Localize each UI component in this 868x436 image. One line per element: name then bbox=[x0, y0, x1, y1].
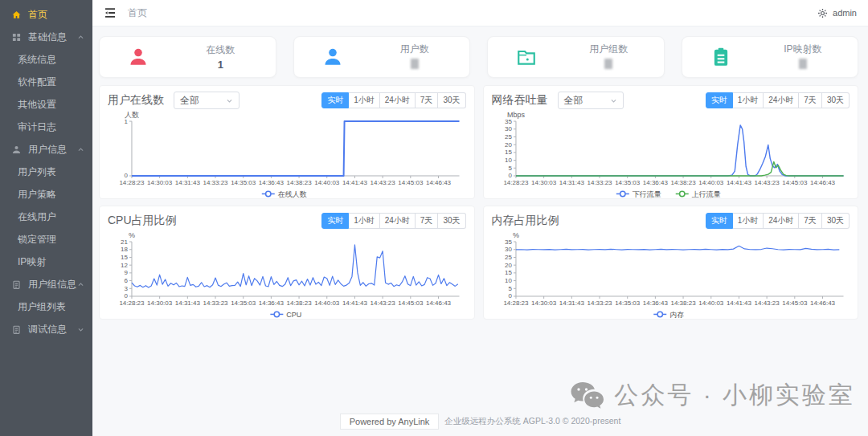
time-range-button[interactable]: 1小时 bbox=[349, 213, 380, 229]
time-range-button[interactable]: 7天 bbox=[799, 92, 822, 108]
chart-card-1: 网络吞吐量全部实时1小时24小时7天30天Mbps051015202530351… bbox=[483, 85, 859, 199]
chevron-down-icon bbox=[226, 97, 233, 104]
gear-icon[interactable] bbox=[817, 8, 828, 18]
user-menu[interactable]: admin bbox=[833, 8, 857, 18]
sidebar-subitem[interactable]: 用户组列表 bbox=[0, 295, 92, 318]
svg-text:14:45:03: 14:45:03 bbox=[782, 299, 808, 307]
time-range-button[interactable]: 7天 bbox=[416, 92, 439, 108]
stat-label: IP映射数 bbox=[760, 43, 846, 56]
svg-text:14:28:23: 14:28:23 bbox=[503, 179, 529, 186]
sidebar-item-3[interactable]: 用户组信息 bbox=[0, 273, 92, 295]
svg-text:14:45:03: 14:45:03 bbox=[782, 179, 808, 186]
svg-text:14:38:23: 14:38:23 bbox=[670, 299, 696, 307]
sidebar-subitem[interactable]: IP映射 bbox=[0, 251, 92, 273]
svg-text:14:30:03: 14:30:03 bbox=[531, 299, 557, 307]
svg-text:14:38:23: 14:38:23 bbox=[670, 179, 696, 186]
svg-text:10: 10 bbox=[505, 277, 512, 284]
chevron-down-icon bbox=[610, 97, 617, 104]
time-range-button[interactable]: 24小时 bbox=[764, 213, 799, 229]
svg-text:5: 5 bbox=[508, 285, 512, 292]
chart-card-2: CPU占用比例实时1小时24小时7天30天%03691215182114:28:… bbox=[99, 206, 475, 320]
time-range-button[interactable]: 1小时 bbox=[733, 213, 764, 229]
sidebar-subitem-label: 用户列表 bbox=[18, 165, 56, 179]
wechat-icon bbox=[569, 381, 604, 411]
svg-text:12: 12 bbox=[121, 262, 128, 269]
filter-select[interactable]: 全部 bbox=[558, 92, 624, 109]
svg-text:14:40:03: 14:40:03 bbox=[314, 299, 340, 307]
stat-label: 在线数 bbox=[177, 43, 264, 57]
chart-card-3: 内存占用比例实时1小时24小时7天30天%0510152025303514:28… bbox=[483, 206, 859, 320]
stat-cards-row: 在线数1用户数用户组数IP映射数 bbox=[99, 36, 858, 78]
svg-text:14:43:23: 14:43:23 bbox=[371, 299, 396, 307]
time-range-button[interactable]: 实时 bbox=[321, 92, 349, 108]
svg-text:15: 15 bbox=[505, 269, 512, 276]
chart-canvas: %03691215182114:28:2314:30:0314:31:4314:… bbox=[108, 231, 466, 320]
stat-card-3: IP映射数 bbox=[682, 36, 859, 78]
time-range-button[interactable]: 实时 bbox=[321, 213, 349, 229]
chevron-down-icon bbox=[77, 326, 84, 333]
sidebar-subitem[interactable]: 用户列表 bbox=[0, 161, 92, 183]
svg-text:14:41:43: 14:41:43 bbox=[726, 299, 751, 307]
time-range-button[interactable]: 1小时 bbox=[349, 92, 380, 108]
svg-text:%: % bbox=[129, 231, 135, 239]
sidebar-subitem[interactable]: 在线用户 bbox=[0, 206, 92, 228]
sidebar-subitem-label: 锁定管理 bbox=[18, 233, 56, 247]
time-range-button[interactable]: 30天 bbox=[822, 92, 850, 108]
svg-text:35: 35 bbox=[505, 118, 512, 125]
svg-text:14:33:23: 14:33:23 bbox=[203, 299, 228, 307]
time-range-button[interactable]: 30天 bbox=[822, 213, 850, 229]
time-range-button[interactable]: 24小时 bbox=[764, 92, 799, 108]
sidebar-item-0[interactable]: 首页 bbox=[0, 3, 92, 26]
grid-icon bbox=[11, 32, 22, 43]
watermark: 公众号 · 小柳实验室 bbox=[569, 379, 855, 412]
svg-text:内存: 内存 bbox=[669, 311, 684, 319]
time-range-button[interactable]: 7天 bbox=[799, 213, 822, 229]
sidebar-subitem[interactable]: 用户策略 bbox=[0, 183, 92, 206]
sidebar-subitem[interactable]: 软件配置 bbox=[0, 71, 92, 93]
sidebar-subitem[interactable]: 其他设置 bbox=[0, 93, 92, 116]
time-range-button[interactable]: 实时 bbox=[706, 213, 733, 229]
time-range-button[interactable]: 24小时 bbox=[380, 92, 416, 108]
chevron-up-icon bbox=[77, 281, 84, 288]
svg-text:30: 30 bbox=[505, 246, 512, 253]
stat-value-redacted bbox=[371, 59, 458, 71]
time-range-button[interactable]: 30天 bbox=[438, 213, 465, 229]
svg-text:14:31:43: 14:31:43 bbox=[559, 179, 584, 186]
svg-text:14:33:23: 14:33:23 bbox=[587, 179, 612, 186]
charts-grid: 用户在线数全部实时1小时24小时7天30天人数0114:28:2314:30:0… bbox=[99, 85, 858, 320]
stat-card-2: 用户组数 bbox=[487, 36, 665, 78]
time-range-button[interactable]: 30天 bbox=[438, 92, 465, 108]
chart-canvas: 人数0114:28:2314:30:0314:31:4314:33:2314:3… bbox=[108, 111, 466, 199]
sidebar-item-2[interactable]: 用户信息 bbox=[0, 138, 92, 161]
filter-select[interactable]: 全部 bbox=[174, 92, 240, 109]
sidebar-item-label: 基础信息 bbox=[28, 31, 67, 44]
time-range-button[interactable]: 1小时 bbox=[733, 92, 764, 108]
svg-text:14:43:23: 14:43:23 bbox=[371, 179, 396, 186]
sidebar-subitem-label: 软件配置 bbox=[18, 75, 56, 89]
svg-text:14:35:03: 14:35:03 bbox=[615, 179, 641, 186]
sidebar-subitem[interactable]: 锁定管理 bbox=[0, 228, 92, 251]
sidebar-subitem-label: 其他设置 bbox=[18, 98, 56, 112]
sidebar-item-label: 调试信息 bbox=[28, 323, 67, 336]
sidebar-item-4[interactable]: 调试信息 bbox=[0, 318, 92, 340]
chevron-up-icon bbox=[77, 34, 84, 41]
user-icon bbox=[11, 145, 22, 155]
time-range-button[interactable]: 7天 bbox=[416, 213, 439, 229]
svg-text:14:28:23: 14:28:23 bbox=[503, 299, 529, 307]
sidebar-item-1[interactable]: 基础信息 bbox=[0, 26, 92, 48]
svg-text:3: 3 bbox=[125, 285, 129, 292]
svg-text:9: 9 bbox=[125, 269, 129, 276]
sidebar-subitem[interactable]: 系统信息 bbox=[0, 48, 92, 71]
chart-canvas: Mbps0510152025303514:28:2314:30:0314:31:… bbox=[492, 111, 850, 199]
time-range-button[interactable]: 24小时 bbox=[380, 213, 416, 229]
time-range-button[interactable]: 实时 bbox=[706, 92, 733, 108]
svg-text:14:40:03: 14:40:03 bbox=[314, 179, 340, 186]
stat-value-redacted bbox=[565, 59, 652, 71]
sidebar-subitem[interactable]: 审计日志 bbox=[0, 116, 92, 138]
sidebar-subitem-label: 用户组列表 bbox=[18, 300, 66, 314]
svg-text:14:43:23: 14:43:23 bbox=[754, 299, 780, 307]
stat-card-0: 在线数1 bbox=[99, 36, 276, 78]
chart-title: 内存占用比例 bbox=[492, 214, 559, 228]
collapse-menu-icon[interactable] bbox=[104, 6, 117, 19]
powered-by-link[interactable]: Powered by AnyLink bbox=[340, 414, 440, 430]
